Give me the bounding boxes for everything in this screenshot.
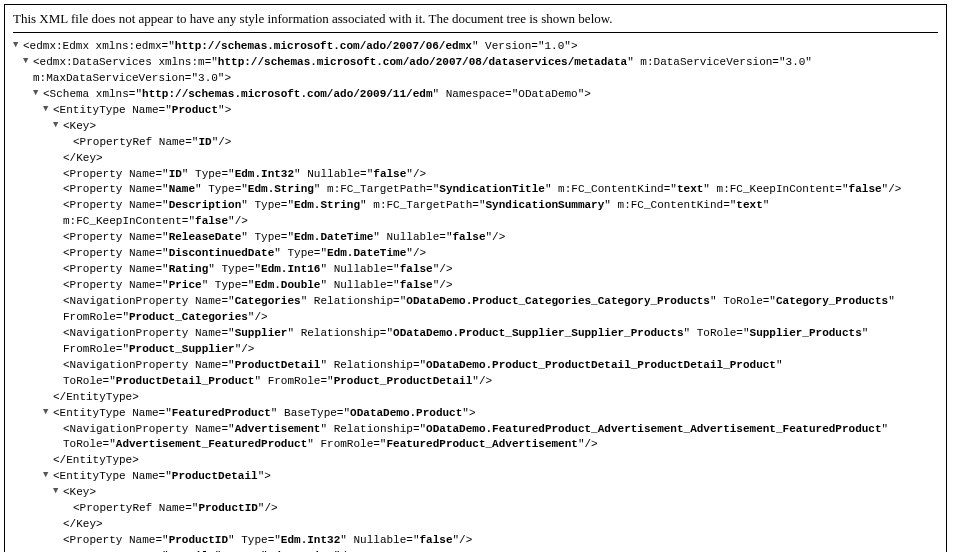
entity-type: ▼<EntityType Name="FeaturedProduct" Base…: [53, 406, 938, 422]
property: <Property Name="Name" Type="Edm.String" …: [63, 182, 938, 198]
no-style-info-message: This XML file does not appear to have an…: [13, 11, 938, 33]
key: ▼<Key>: [63, 485, 938, 501]
schema: ▼<Schema xmlns="http://schemas.microsoft…: [43, 87, 938, 103]
key-close: </Key>: [63, 517, 938, 533]
navigation-property: <NavigationProperty Name="Supplier" Rela…: [63, 326, 938, 358]
expand-toggle-icon[interactable]: ▼: [53, 485, 58, 498]
edmx-root: ▼<edmx:Edmx xmlns:edmx="http://schemas.m…: [23, 39, 938, 55]
property-ref: <PropertyRef Name="ID"/>: [73, 135, 938, 151]
property: <Property Name="ID" Type="Edm.Int32" Nul…: [63, 167, 938, 183]
property: <Property Name="DiscontinuedDate" Type="…: [63, 246, 938, 262]
navigation-property: <NavigationProperty Name="Advertisement"…: [63, 422, 938, 454]
entity-type: ▼<EntityType Name="Product">: [53, 103, 938, 119]
data-services: ▼<edmx:DataServices xmlns:m="http://sche…: [33, 55, 938, 87]
expand-toggle-icon[interactable]: ▼: [23, 55, 28, 68]
navigation-property: <NavigationProperty Name="ProductDetail"…: [63, 358, 938, 390]
property-ref: <PropertyRef Name="ProductID"/>: [73, 501, 938, 517]
expand-toggle-icon[interactable]: ▼: [53, 119, 58, 132]
entity-type: ▼<EntityType Name="ProductDetail">: [53, 469, 938, 485]
property: <Property Name="Rating" Type="Edm.Int16"…: [63, 262, 938, 278]
key-close: </Key>: [63, 151, 938, 167]
xml-viewer-root: This XML file does not appear to have an…: [4, 4, 947, 552]
property: <Property Name="ReleaseDate" Type="Edm.D…: [63, 230, 938, 246]
navigation-property: <NavigationProperty Name="Categories" Re…: [63, 294, 938, 326]
expand-toggle-icon[interactable]: ▼: [43, 469, 48, 482]
entity-type-close: </EntityType>: [53, 453, 938, 469]
property: <Property Name="Price" Type="Edm.Double"…: [63, 278, 938, 294]
xml-document-tree: ▼<edmx:Edmx xmlns:edmx="http://schemas.m…: [13, 39, 938, 552]
expand-toggle-icon[interactable]: ▼: [43, 103, 48, 116]
expand-toggle-icon[interactable]: ▼: [13, 39, 18, 52]
property: <Property Name="Description" Type="Edm.S…: [63, 198, 938, 230]
entity-type-close: </EntityType>: [53, 390, 938, 406]
expand-toggle-icon[interactable]: ▼: [33, 87, 38, 100]
key: ▼<Key>: [63, 119, 938, 135]
property: <Property Name="ProductID" Type="Edm.Int…: [63, 533, 938, 549]
expand-toggle-icon[interactable]: ▼: [43, 406, 48, 419]
